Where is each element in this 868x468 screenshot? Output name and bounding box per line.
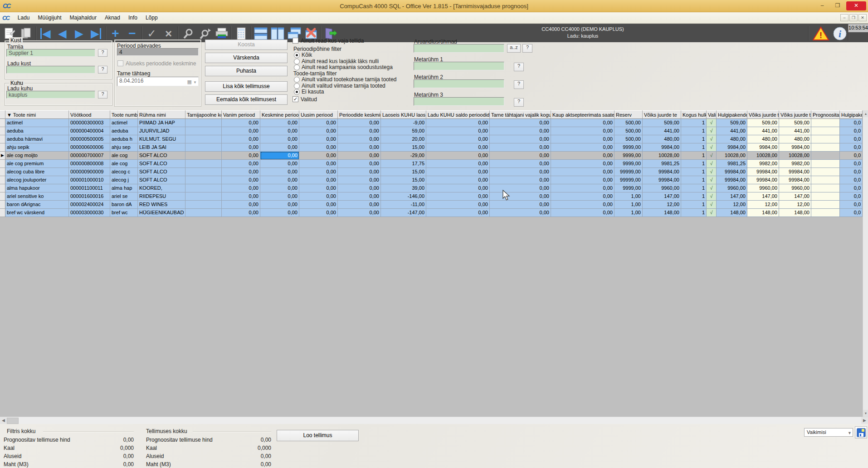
meta2-lookup-button[interactable]: ? [514,80,524,89]
grid-cell[interactable]: 0,00 [426,143,490,152]
minimize-icon[interactable]: – [815,1,829,10]
grid-cell[interactable]: 0,00 [299,119,338,127]
grid-cell[interactable]: √ [707,160,717,168]
grid-cell[interactable] [185,201,222,209]
grid-cell[interactable]: 147,00 [747,192,779,201]
grid-cell[interactable]: 1 [681,201,707,209]
grid-cell[interactable]: 9999,00 [614,184,643,192]
grid-cell[interactable]: KULMUT. SEGU [138,135,185,143]
grid-cell[interactable]: √ [707,127,717,135]
grid-cell[interactable]: 0,00 [490,143,551,152]
grid-cell[interactable]: 0,00 [299,143,338,152]
grid-cell[interactable]: 0,00 [260,119,299,127]
grid-cell[interactable]: 0,00 [222,201,260,209]
grid-cell[interactable]: 0,00 [426,135,490,143]
grid-cell[interactable]: 441,00 [779,127,811,135]
last-record-button[interactable]: ▶ [88,25,104,41]
grid-cell[interactable] [811,176,840,184]
grid-cell[interactable]: 509,00 [643,119,681,127]
grid-cell[interactable]: 0,00 [338,135,381,143]
grid-cell[interactable]: 0,0 [840,127,863,135]
grid-cell[interactable]: 0,00 [426,160,490,168]
row-selector[interactable] [0,160,5,168]
grid-cell[interactable]: 0,00 [426,192,490,201]
grid-cell[interactable]: 12,00 [747,201,779,209]
grid-cell[interactable]: 0,00 [338,127,381,135]
grid-cell[interactable]: RED WINES [138,201,185,209]
grid-cell[interactable]: 1,00 [614,192,643,201]
cancel-button[interactable]: × [160,25,177,41]
grid-cell[interactable]: 0,00 [299,176,338,184]
grid-cell[interactable]: 9960,00 [747,184,779,192]
grid-cell[interactable]: SOFT ALCO [138,176,185,184]
grid-cell[interactable]: 0,00 [260,192,299,201]
grid-cell[interactable]: 0,00 [299,152,338,160]
grid-cell[interactable]: 441,00 [747,127,779,135]
grid-cell[interactable]: HÜGIEENIKAUBAD [138,209,185,217]
grid-cell[interactable]: 509,00 [779,119,811,127]
ladu-kuhu-input[interactable]: kauplus [6,91,95,99]
previous-record-button[interactable]: ◀ [54,25,71,41]
add-row-button[interactable]: + [107,25,124,41]
info-icon[interactable]: i [833,26,848,43]
grid-cell[interactable]: 9999,00 [614,160,643,168]
meta2-input[interactable] [414,79,504,88]
grid-cell[interactable]: 0,00 [260,135,299,143]
grid-cell[interactable]: 10028,00 [643,152,681,160]
grid-cell[interactable] [185,135,222,143]
grid-cell[interactable]: SOFT ALCO [138,152,185,160]
grid-cell[interactable] [185,209,222,217]
grid-cell[interactable]: 0,00 [260,127,299,135]
grid-cell[interactable]: 10028,00 [779,152,811,160]
grid-cell[interactable]: 59,00 [381,127,426,135]
grid-cell[interactable]: 000001000010 [69,176,110,184]
grid-cell[interactable]: 1,00 [614,201,643,209]
grid-cell[interactable]: alecog cuba libre [5,168,69,176]
horizontal-scrollbar[interactable]: ◀ ▶ [0,417,868,424]
koosta-button[interactable]: Koosta [205,39,288,50]
grid-cell[interactable]: √ [707,135,717,143]
grid-cell[interactable]: 0,00 [260,184,299,192]
grid-cell[interactable] [185,176,222,184]
grid-cell[interactable]: √ [707,201,717,209]
row-selector[interactable] [0,201,5,209]
grid-cell[interactable]: 441,00 [717,127,747,135]
grid-cell[interactable]: √ [707,176,717,184]
grid-header-cell[interactable]: Hulgipakende [717,110,747,119]
grid-cell[interactable]: 148,00 [717,209,747,217]
lisa-koik-button[interactable]: Lisa kõik tellimusse [205,81,288,92]
grid-cell[interactable]: aeduba [110,127,138,135]
grid-cell[interactable]: 000000700007 [69,152,110,160]
grid-header-cell[interactable]: Prognoositav [811,110,840,119]
grid-cell[interactable] [185,152,222,160]
grid-cell[interactable]: 0,00 [299,168,338,176]
grid-cell[interactable]: 99984,00 [717,176,747,184]
grid-cell[interactable] [811,209,840,217]
mdi-restore-icon[interactable]: ❐ [849,14,858,21]
grid-cell[interactable]: 0,00 [490,127,551,135]
grid-cell[interactable]: 0,00 [338,168,381,176]
grid-cell[interactable]: -147,00 [381,209,426,217]
grid-cell[interactable]: 0,00 [426,119,490,127]
grid-cell[interactable]: 0,00 [426,184,490,192]
grid-cell[interactable]: 0,00 [222,168,260,176]
grid-cell[interactable]: 480,00 [643,135,681,143]
grid-cell[interactable]: -29,00 [381,152,426,160]
grid-cell[interactable]: KOORED, [138,184,185,192]
search-button[interactable] [180,25,196,41]
hscroll-thumb[interactable] [7,418,19,424]
grid-cell[interactable]: 0,00 [551,135,614,143]
grid-cell[interactable]: 0,00 [299,192,338,201]
grid-cell[interactable]: 1 [681,119,707,127]
grid-cell[interactable]: 0,00 [338,176,381,184]
next-record-button[interactable]: ▶ [71,25,88,41]
grid-cell[interactable]: JUURVILJAD [138,127,185,135]
grid-cell[interactable] [185,184,222,192]
grid-header-cell[interactable]: Hulgipakend [840,110,863,119]
search-next-button[interactable] [196,25,213,41]
grid-cell[interactable] [811,127,840,135]
scroll-right-icon[interactable]: ▶ [861,417,868,424]
grid-header-cell[interactable]: Võiks juurde t [747,110,779,119]
grid-cell[interactable]: baron dArignac [5,201,69,209]
row-selector[interactable] [0,184,5,192]
